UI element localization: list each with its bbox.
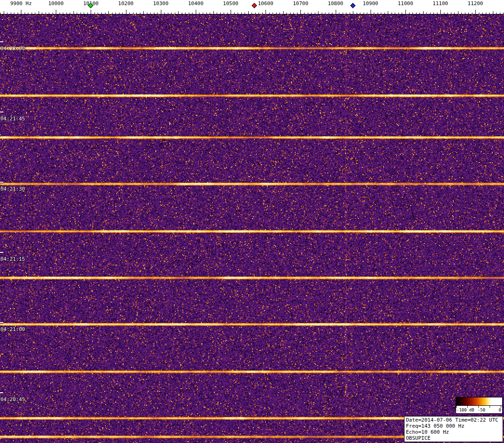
info-date-time: Date=2014-07-06 Time=02:22 UTC [406,417,501,423]
freq-axis-label: 10500 [223,0,239,7]
freq-axis-label: 9900 Hz [10,0,32,7]
time-axis-label: 04:21:45 [0,116,25,122]
time-axis-label: 04:22:00 [0,46,25,52]
time-axis-tick [0,392,3,393]
spectrogram-waterfall[interactable] [0,14,504,443]
info-frequency: Freq=143 050 000 Hz [406,423,501,429]
time-axis-label: 04:20:45 [0,397,25,403]
legend-label-max: 0 [499,408,501,412]
time-axis-tick [0,182,3,183]
time-axis-label: 04:21:00 [0,326,25,332]
frequency-axis: 9900 Hz100001010010200103001040010500106… [0,0,504,14]
observation-info-box: Date=2014-07-06 Time=02:22 UTC Freq=143 … [404,416,503,442]
intensity-scale-legend: -100 dB -50 0 [456,397,503,414]
freq-axis-label: 10900 [363,0,378,7]
freq-axis-label: 10200 [118,0,133,7]
time-axis-tick [0,112,3,112]
legend-label-min: -100 dB [457,408,474,412]
freq-axis-label: 10600 [258,0,273,7]
time-axis-tick [0,41,3,42]
freq-axis-label: 10800 [328,0,343,7]
freq-axis-label: 10000 [48,0,64,7]
time-axis-tick [0,252,3,253]
legend-scale-labels: -100 dB -50 0 [456,408,502,413]
legend-label-mid: -50 [477,408,485,412]
freq-axis-label: 10400 [188,0,203,7]
spectrogram-app: 9900 Hz100001010010200103001040010500106… [0,0,504,443]
info-station-id: OBSUPICE [406,435,501,441]
freq-axis-label: 11100 [433,0,448,7]
freq-axis-label: 10700 [293,0,308,7]
info-echo: Echo=10 600 Hz [406,429,501,435]
freq-axis-label: 11200 [468,0,483,7]
time-axis-label: 04:21:15 [0,256,25,262]
freq-axis-label: 10300 [153,0,168,7]
time-axis-tick [0,322,3,323]
freq-axis-label: 11000 [398,0,413,7]
time-axis-label: 04:21:30 [0,186,25,192]
frequency-axis-ticks [0,0,504,14]
colormap-gradient [456,397,502,406]
